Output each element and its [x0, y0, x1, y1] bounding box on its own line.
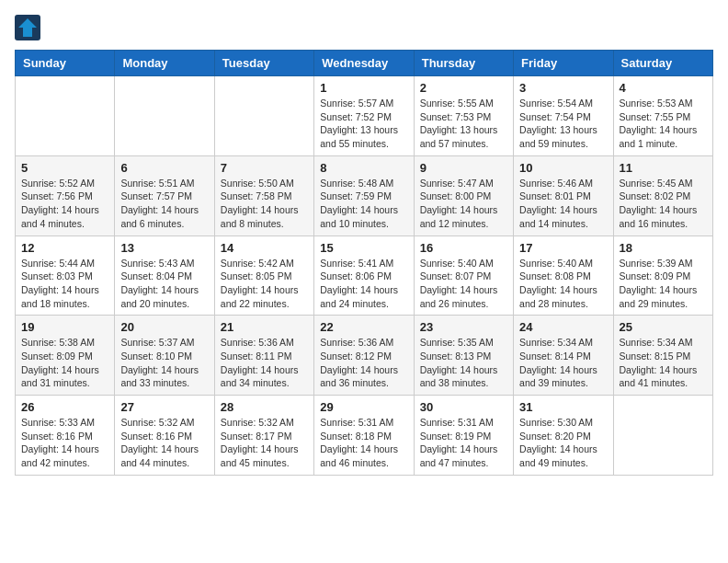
day-info: Sunrise: 5:43 AM Sunset: 8:04 PM Dayligh… [120, 257, 208, 311]
day-number: 6 [120, 161, 208, 175]
day-cell [613, 396, 712, 476]
day-number: 7 [221, 161, 308, 175]
weekday-thursday: Thursday [414, 51, 513, 76]
day-number: 26 [21, 400, 108, 414]
day-number: 27 [120, 400, 208, 414]
day-number: 24 [519, 320, 607, 334]
weekday-wednesday: Wednesday [314, 51, 414, 76]
day-info: Sunrise: 5:57 AM Sunset: 7:52 PM Dayligh… [320, 97, 407, 151]
day-info: Sunrise: 5:44 AM Sunset: 8:03 PM Dayligh… [21, 257, 108, 311]
day-number: 19 [21, 320, 108, 334]
day-number: 16 [420, 241, 507, 255]
day-info: Sunrise: 5:32 AM Sunset: 8:17 PM Dayligh… [221, 416, 308, 470]
day-number: 29 [320, 400, 407, 414]
day-cell: 9Sunrise: 5:47 AM Sunset: 8:00 PM Daylig… [414, 155, 513, 236]
calendar-body: 1Sunrise: 5:57 AM Sunset: 7:52 PM Daylig… [16, 76, 713, 476]
week-row-2: 5Sunrise: 5:52 AM Sunset: 7:56 PM Daylig… [16, 155, 713, 236]
day-number: 3 [519, 81, 607, 95]
day-cell: 2Sunrise: 5:55 AM Sunset: 7:53 PM Daylig… [414, 76, 513, 156]
week-row-5: 26Sunrise: 5:33 AM Sunset: 8:16 PM Dayli… [16, 396, 713, 476]
day-info: Sunrise: 5:48 AM Sunset: 7:59 PM Dayligh… [320, 177, 407, 231]
day-cell: 10Sunrise: 5:46 AM Sunset: 8:01 PM Dayli… [514, 155, 613, 236]
day-info: Sunrise: 5:39 AM Sunset: 8:09 PM Dayligh… [620, 257, 707, 311]
day-cell: 24Sunrise: 5:34 AM Sunset: 8:14 PM Dayli… [514, 316, 613, 396]
day-number: 2 [420, 81, 507, 95]
day-cell [115, 76, 214, 156]
day-number: 28 [221, 400, 308, 414]
day-info: Sunrise: 5:42 AM Sunset: 8:05 PM Dayligh… [221, 257, 308, 311]
week-row-1: 1Sunrise: 5:57 AM Sunset: 7:52 PM Daylig… [16, 76, 713, 156]
day-cell: 17Sunrise: 5:40 AM Sunset: 8:08 PM Dayli… [514, 236, 613, 316]
day-info: Sunrise: 5:53 AM Sunset: 7:55 PM Dayligh… [620, 97, 707, 151]
day-info: Sunrise: 5:51 AM Sunset: 7:57 PM Dayligh… [120, 177, 208, 231]
day-number: 23 [420, 320, 507, 334]
day-info: Sunrise: 5:52 AM Sunset: 7:56 PM Dayligh… [21, 177, 108, 231]
week-row-4: 19Sunrise: 5:38 AM Sunset: 8:09 PM Dayli… [16, 316, 713, 396]
logo [15, 15, 42, 40]
day-number: 8 [320, 161, 407, 175]
day-info: Sunrise: 5:54 AM Sunset: 7:54 PM Dayligh… [519, 97, 607, 151]
day-info: Sunrise: 5:35 AM Sunset: 8:13 PM Dayligh… [420, 336, 507, 390]
day-cell: 26Sunrise: 5:33 AM Sunset: 8:16 PM Dayli… [16, 396, 115, 476]
day-number: 5 [21, 161, 108, 175]
day-number: 25 [620, 320, 707, 334]
day-number: 20 [120, 320, 208, 334]
calendar-table: SundayMondayTuesdayWednesdayThursdayFrid… [15, 50, 713, 476]
week-row-3: 12Sunrise: 5:44 AM Sunset: 8:03 PM Dayli… [16, 236, 713, 316]
day-cell: 27Sunrise: 5:32 AM Sunset: 8:16 PM Dayli… [115, 396, 214, 476]
day-number: 1 [320, 81, 407, 95]
day-number: 31 [519, 400, 607, 414]
day-cell: 18Sunrise: 5:39 AM Sunset: 8:09 PM Dayli… [613, 236, 712, 316]
day-info: Sunrise: 5:47 AM Sunset: 8:00 PM Dayligh… [420, 177, 507, 231]
day-cell: 20Sunrise: 5:37 AM Sunset: 8:10 PM Dayli… [115, 316, 214, 396]
day-number: 18 [620, 241, 707, 255]
day-cell: 16Sunrise: 5:40 AM Sunset: 8:07 PM Dayli… [414, 236, 513, 316]
day-cell: 3Sunrise: 5:54 AM Sunset: 7:54 PM Daylig… [514, 76, 613, 156]
day-cell: 4Sunrise: 5:53 AM Sunset: 7:55 PM Daylig… [613, 76, 712, 156]
day-number: 17 [519, 241, 607, 255]
day-cell: 13Sunrise: 5:43 AM Sunset: 8:04 PM Dayli… [115, 236, 214, 316]
logo-icon [15, 15, 40, 40]
day-cell: 5Sunrise: 5:52 AM Sunset: 7:56 PM Daylig… [16, 155, 115, 236]
day-cell: 6Sunrise: 5:51 AM Sunset: 7:57 PM Daylig… [115, 155, 214, 236]
day-cell: 1Sunrise: 5:57 AM Sunset: 7:52 PM Daylig… [314, 76, 414, 156]
day-number: 22 [320, 320, 407, 334]
day-number: 4 [620, 81, 707, 95]
page-header [15, 15, 713, 40]
day-number: 14 [221, 241, 308, 255]
day-cell: 12Sunrise: 5:44 AM Sunset: 8:03 PM Dayli… [16, 236, 115, 316]
day-cell: 7Sunrise: 5:50 AM Sunset: 7:58 PM Daylig… [214, 155, 313, 236]
day-cell: 22Sunrise: 5:36 AM Sunset: 8:12 PM Dayli… [314, 316, 414, 396]
day-number: 9 [420, 161, 507, 175]
day-info: Sunrise: 5:46 AM Sunset: 8:01 PM Dayligh… [519, 177, 607, 231]
day-info: Sunrise: 5:40 AM Sunset: 8:07 PM Dayligh… [420, 257, 507, 311]
day-cell: 8Sunrise: 5:48 AM Sunset: 7:59 PM Daylig… [314, 155, 414, 236]
day-info: Sunrise: 5:50 AM Sunset: 7:58 PM Dayligh… [221, 177, 308, 231]
day-cell: 21Sunrise: 5:36 AM Sunset: 8:11 PM Dayli… [214, 316, 313, 396]
day-cell: 19Sunrise: 5:38 AM Sunset: 8:09 PM Dayli… [16, 316, 115, 396]
weekday-header-row: SundayMondayTuesdayWednesdayThursdayFrid… [16, 51, 713, 76]
day-info: Sunrise: 5:36 AM Sunset: 8:12 PM Dayligh… [320, 336, 407, 390]
day-info: Sunrise: 5:31 AM Sunset: 8:19 PM Dayligh… [420, 416, 507, 470]
day-info: Sunrise: 5:31 AM Sunset: 8:18 PM Dayligh… [320, 416, 407, 470]
day-info: Sunrise: 5:36 AM Sunset: 8:11 PM Dayligh… [221, 336, 308, 390]
weekday-tuesday: Tuesday [214, 51, 313, 76]
day-cell: 14Sunrise: 5:42 AM Sunset: 8:05 PM Dayli… [214, 236, 313, 316]
day-cell: 15Sunrise: 5:41 AM Sunset: 8:06 PM Dayli… [314, 236, 414, 316]
day-info: Sunrise: 5:34 AM Sunset: 8:15 PM Dayligh… [620, 336, 707, 390]
day-info: Sunrise: 5:33 AM Sunset: 8:16 PM Dayligh… [21, 416, 108, 470]
day-info: Sunrise: 5:32 AM Sunset: 8:16 PM Dayligh… [120, 416, 208, 470]
day-number: 11 [620, 161, 707, 175]
day-cell: 28Sunrise: 5:32 AM Sunset: 8:17 PM Dayli… [214, 396, 313, 476]
day-number: 21 [221, 320, 308, 334]
day-info: Sunrise: 5:30 AM Sunset: 8:20 PM Dayligh… [519, 416, 607, 470]
weekday-sunday: Sunday [16, 51, 115, 76]
weekday-monday: Monday [115, 51, 214, 76]
day-cell: 31Sunrise: 5:30 AM Sunset: 8:20 PM Dayli… [514, 396, 613, 476]
day-info: Sunrise: 5:55 AM Sunset: 7:53 PM Dayligh… [420, 97, 507, 151]
day-number: 30 [420, 400, 507, 414]
day-cell: 30Sunrise: 5:31 AM Sunset: 8:19 PM Dayli… [414, 396, 513, 476]
day-cell [214, 76, 313, 156]
day-info: Sunrise: 5:45 AM Sunset: 8:02 PM Dayligh… [620, 177, 707, 231]
day-cell [16, 76, 115, 156]
